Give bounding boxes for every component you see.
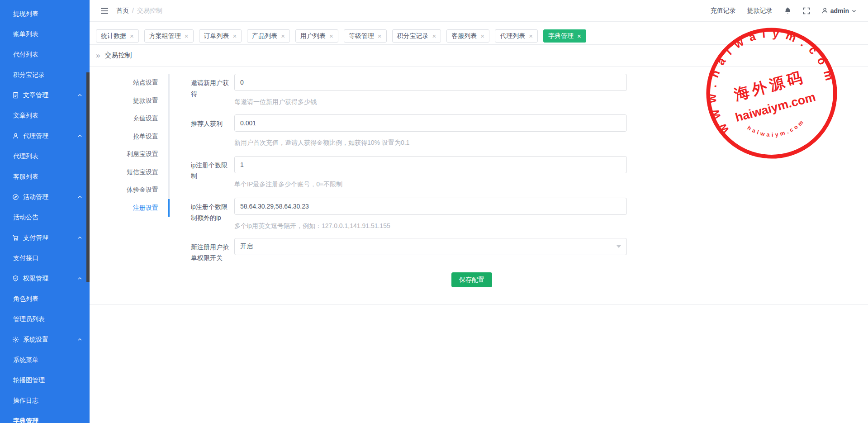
tab[interactable]: 方案组管理 ×	[144, 29, 194, 43]
close-icon[interactable]: ×	[329, 33, 333, 39]
tab-label: 代理列表	[500, 32, 525, 40]
recharge-records-link[interactable]: 充值记录	[711, 7, 736, 15]
submenu-item[interactable]: 注册设置	[90, 199, 168, 217]
close-icon[interactable]: ×	[480, 33, 484, 39]
sidebar-group[interactable]: 文章管理	[0, 85, 90, 105]
tab-label: 用户列表	[300, 32, 326, 40]
form-field-row: ip注册个数限制 单个IP最多注册多少个账号，0=不限制	[191, 156, 627, 189]
sidebar-item-label: 角色列表	[13, 295, 38, 303]
sidebar-item[interactable]: 积分宝记录	[0, 65, 90, 85]
tab-label: 统计数据	[101, 32, 126, 40]
chevron-up-icon	[77, 337, 83, 342]
username: admin	[830, 7, 849, 14]
field-hint: 每邀请一位新用户获得多少钱	[234, 98, 627, 106]
settings-form: 站点设置提款设置充值设置抢单设置利息宝设置短信宝设置体验金设置注册设置 邀请新用…	[90, 67, 868, 305]
submenu-item[interactable]: 利息宝设置	[90, 145, 168, 163]
close-icon[interactable]: ×	[378, 33, 382, 39]
cart-icon	[12, 234, 19, 241]
person-icon	[821, 7, 828, 14]
submenu-item[interactable]: 短信宝设置	[90, 163, 168, 181]
sidebar-item[interactable]: 管理员列表	[0, 309, 90, 329]
field-label: 推荐人获利	[191, 114, 230, 147]
submenu-item[interactable]: 充值设置	[90, 109, 168, 128]
sidebar-group-label: 支付管理	[23, 234, 48, 242]
sidebar-scrollbar[interactable]	[86, 72, 90, 282]
sidebar-item[interactable]: 账单列表	[0, 24, 90, 44]
sidebar-group-label: 系统设置	[23, 336, 48, 344]
close-icon[interactable]: ×	[281, 33, 285, 39]
top-header: 首页/交易控制 充值记录 提款记录 admin	[90, 0, 868, 22]
sidebar-group[interactable]: 支付管理	[0, 228, 90, 248]
tab[interactable]: 统计数据 ×	[96, 29, 139, 43]
tab-label: 等级管理	[349, 32, 374, 40]
collapse-sidebar-icon[interactable]	[100, 7, 109, 14]
user-menu[interactable]: admin	[821, 7, 857, 14]
tab[interactable]: 等级管理 ×	[344, 29, 387, 43]
select[interactable]: 开启	[234, 238, 627, 255]
field-label: 邀请新用户获得	[191, 74, 230, 106]
breadcrumb-home[interactable]: 首页	[116, 7, 129, 14]
tab-label: 订单列表	[204, 32, 229, 40]
sidebar-item[interactable]: 操作日志	[0, 390, 90, 411]
sidebar-group[interactable]: 系统设置	[0, 329, 90, 350]
sidebar-item[interactable]: 角色列表	[0, 289, 90, 309]
close-icon[interactable]: ×	[185, 33, 189, 39]
sidebar-item-label: 系统菜单	[13, 356, 38, 364]
text-input[interactable]	[234, 74, 627, 91]
sidebar-item[interactable]: 轮播图管理	[0, 370, 90, 390]
sidebar-group-label: 活动管理	[23, 193, 48, 201]
sidebar-item[interactable]: 客服列表	[0, 166, 90, 187]
sidebar-item[interactable]: 活动公告	[0, 207, 90, 228]
sidebar-item[interactable]: 文章列表	[0, 105, 90, 126]
close-icon[interactable]: ×	[432, 33, 436, 39]
tab-label: 产品列表	[252, 32, 277, 40]
close-icon[interactable]: ×	[529, 33, 533, 39]
sidebar-item[interactable]: 提现列表	[0, 4, 90, 24]
sidebar-item[interactable]: 代付列表	[0, 44, 90, 65]
sidebar-item[interactable]: 字典管理	[0, 411, 90, 423]
text-input[interactable]	[234, 156, 627, 173]
tab[interactable]: 产品列表 ×	[247, 29, 290, 43]
compass-icon	[12, 194, 19, 200]
close-icon[interactable]: ×	[577, 33, 581, 39]
withdraw-records-link[interactable]: 提款记录	[747, 7, 773, 15]
save-config-button[interactable]: 保存配置	[451, 272, 492, 287]
tab[interactable]: 字典管理 ×	[543, 29, 586, 43]
submenu-item[interactable]: 体验金设置	[90, 181, 168, 199]
page-title: 交易控制	[104, 51, 132, 60]
tab[interactable]: 代理列表 ×	[495, 29, 538, 43]
field-label: 新注册用户抢单权限开关	[191, 238, 230, 263]
select-value: 开启	[240, 242, 253, 251]
sidebar-item-label: 支付接口	[13, 254, 38, 262]
chevron-up-icon	[77, 133, 83, 139]
sidebar-item[interactable]: 支付接口	[0, 248, 90, 268]
sidebar-group[interactable]: 权限管理	[0, 268, 90, 289]
close-icon[interactable]: ×	[130, 33, 134, 39]
sidebar-item-label: 客服列表	[13, 173, 38, 181]
field-hint: 多个ip用英文逗号隔开，例如：127.0.0.1,141.91.51.155	[234, 222, 627, 230]
close-icon[interactable]: ×	[233, 33, 237, 39]
form-field-row: 邀请新用户获得 每邀请一位新用户获得多少钱	[191, 74, 627, 106]
chevron-up-icon	[77, 92, 83, 98]
tab[interactable]: 用户列表 ×	[295, 29, 338, 43]
text-input[interactable]	[234, 114, 627, 132]
field-control: 单个IP最多注册多少个账号，0=不限制	[234, 156, 627, 189]
text-input[interactable]	[234, 198, 627, 215]
sidebar-group[interactable]: 代理管理	[0, 126, 90, 146]
fullscreen-icon[interactable]	[803, 7, 810, 14]
bell-icon[interactable]	[784, 7, 792, 14]
tab[interactable]: 订单列表 ×	[199, 29, 242, 43]
sidebar-item[interactable]: 系统菜单	[0, 350, 90, 370]
sidebar-item-label: 提现列表	[13, 10, 38, 18]
tab[interactable]: 积分宝记录 ×	[392, 29, 441, 43]
submenu-item[interactable]: 站点设置	[90, 74, 168, 92]
tab[interactable]: 客服列表 ×	[446, 29, 489, 43]
submenu-item[interactable]: 提款设置	[90, 92, 168, 110]
field-control: 每邀请一位新用户获得多少钱	[234, 74, 627, 106]
sidebar-group-label: 权限管理	[23, 275, 48, 283]
sidebar-item[interactable]: 代理列表	[0, 146, 90, 166]
submenu-item[interactable]: 抢单设置	[90, 128, 168, 146]
chevron-up-icon	[77, 194, 83, 200]
sidebar-group[interactable]: 活动管理	[0, 187, 90, 207]
settings-submenu: 站点设置提款设置充值设置抢单设置利息宝设置短信宝设置体验金设置注册设置	[90, 74, 170, 217]
